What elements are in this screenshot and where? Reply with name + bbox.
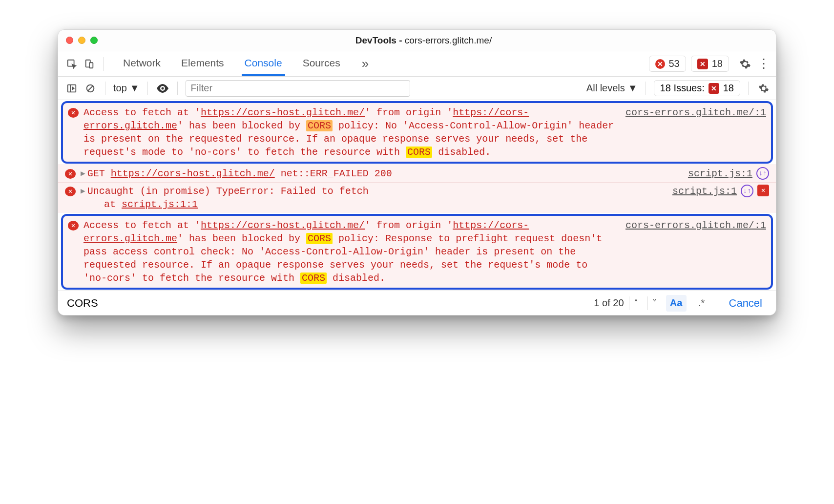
more-tabs-icon[interactable]: » [358, 51, 373, 76]
toolbar-divider [103, 57, 104, 71]
issue-count: 18 [712, 58, 723, 69]
message-text: ▶Uncaught (in promise) TypeError: Failed… [81, 185, 663, 211]
search-highlight: CORS [300, 273, 327, 284]
console-row[interactable]: ✕Access to fetch at 'https://cors-host.g… [61, 214, 773, 290]
titlebar: DevTools - cors-errors.glitch.me/ [58, 30, 776, 51]
window-title-url: cors-errors.glitch.me/ [405, 35, 492, 45]
disclosure-triangle-icon[interactable]: ▶ [81, 169, 85, 180]
chevron-down-icon: ▼ [628, 83, 638, 94]
devtools-window: DevTools - cors-errors.glitch.me/ Networ… [58, 29, 776, 315]
error-icon: ✕ [68, 108, 79, 118]
close-button[interactable] [66, 37, 73, 44]
issue-count-badge[interactable]: ✕ 18 [691, 56, 729, 72]
show-sidebar-icon[interactable] [65, 82, 79, 95]
message-text: ▶GET https://cors-host.glitch.me/ net::E… [81, 167, 678, 180]
search-bar: 1 of 20 ˄ ˅ Aa .* Cancel [58, 291, 776, 315]
url-link[interactable]: https://cors-host.glitch.me/ [201, 107, 365, 118]
subbar-divider-3 [177, 82, 178, 95]
regex-toggle[interactable]: .* [691, 295, 712, 312]
tab-sources[interactable]: Sources [300, 51, 343, 76]
subbar-divider-5 [748, 82, 749, 95]
more-menu-icon[interactable]: ⋮ [756, 56, 771, 71]
log-level-selector[interactable]: All levels ▼ [586, 83, 638, 94]
tab-console[interactable]: Console [242, 51, 285, 76]
issue-icon: ✕ [697, 59, 708, 69]
error-icon: ✕ [65, 169, 76, 179]
url-link[interactable]: https://cors-host.glitch.me/ [201, 220, 365, 231]
window-title-prefix: DevTools - [355, 35, 405, 45]
error-icon: ✕ [68, 221, 79, 231]
message-text: Access to fetch at 'https://cors-host.gl… [83, 106, 616, 159]
window-title: DevTools - cors-errors.glitch.me/ [104, 35, 743, 46]
navigate-icon[interactable]: ↓↑ [756, 167, 769, 180]
main-toolbar: Network Elements Console Sources » ✕ 53 … [58, 51, 776, 77]
svg-point-5 [161, 87, 164, 89]
issues-summary[interactable]: 18 Issues: ✕ 18 [654, 80, 740, 96]
console-row[interactable]: ✕▶Uncaught (in promise) TypeError: Faile… [58, 182, 776, 213]
console-messages: ✕Access to fetch at 'https://cors-host.g… [58, 101, 776, 290]
search-highlight: CORS [306, 233, 333, 244]
device-toggle-icon[interactable] [83, 57, 96, 71]
zoom-button[interactable] [90, 37, 98, 44]
search-highlight: CORS [306, 120, 333, 131]
subbar-divider [105, 82, 105, 95]
window-controls [66, 37, 98, 44]
inspect-icon[interactable] [65, 57, 79, 71]
disclosure-triangle-icon[interactable]: ▶ [81, 187, 85, 197]
search-cancel-button[interactable]: Cancel [720, 297, 771, 310]
error-badge-icon[interactable]: ✕ [757, 185, 769, 196]
issues-label: 18 Issues: [660, 83, 705, 94]
issue-icon: ✕ [709, 83, 719, 94]
source-link[interactable]: script.js:1 [672, 185, 737, 198]
settings-icon[interactable] [738, 58, 752, 70]
source-link[interactable]: cors-errors.glitch.me/:1 [626, 219, 766, 232]
error-count-badge[interactable]: ✕ 53 [649, 56, 686, 72]
console-settings-icon[interactable] [756, 83, 771, 94]
context-selector[interactable]: top ▼ [113, 83, 140, 94]
navigate-icon[interactable]: ↓↑ [741, 185, 753, 197]
issues-count: 18 [723, 83, 734, 94]
source-link[interactable]: script.js:1 [688, 167, 752, 180]
message-text: Access to fetch at 'https://cors-host.gl… [83, 219, 616, 285]
console-row[interactable]: ✕Access to fetch at 'https://cors-host.g… [61, 101, 773, 164]
minimize-button[interactable] [78, 37, 85, 44]
live-expression-icon[interactable] [156, 82, 169, 95]
panel-tabs: Network Elements Console Sources » [120, 51, 373, 76]
filter-input[interactable] [186, 80, 410, 97]
chevron-down-icon: ▼ [130, 83, 140, 94]
error-count: 53 [669, 58, 680, 69]
search-match-count: 1 of 20 [594, 297, 624, 309]
subbar-divider-4 [646, 82, 646, 95]
error-icon: ✕ [655, 59, 665, 69]
subbar-divider-2 [147, 82, 148, 95]
url-link[interactable]: https://cors-host.glitch.me/ [111, 168, 275, 179]
search-prev-button[interactable]: ˄ [629, 296, 643, 310]
search-highlight: CORS [406, 147, 432, 158]
error-icon: ✕ [65, 187, 76, 196]
clear-console-icon[interactable] [83, 82, 97, 95]
search-next-button[interactable]: ˅ [647, 296, 661, 310]
svg-rect-2 [89, 63, 93, 68]
search-input[interactable] [65, 295, 589, 312]
context-label: top [113, 83, 127, 94]
console-row[interactable]: ✕▶GET https://cors-host.glitch.me/ net::… [58, 165, 776, 182]
tab-elements[interactable]: Elements [178, 51, 227, 76]
source-link[interactable]: cors-errors.glitch.me/:1 [626, 106, 766, 119]
console-toolbar: top ▼ All levels ▼ 18 Issues: ✕ 18 [58, 77, 776, 100]
url-link[interactable]: script.js:1:1 [122, 199, 198, 210]
tab-network[interactable]: Network [120, 51, 164, 76]
match-case-toggle[interactable]: Aa [666, 295, 687, 312]
levels-label: All levels [586, 83, 625, 94]
